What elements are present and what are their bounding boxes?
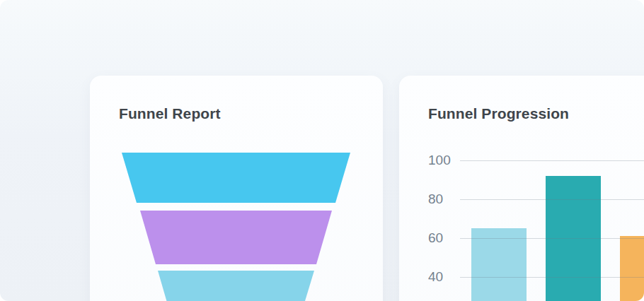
gridline <box>460 199 644 200</box>
gridline <box>460 160 644 161</box>
bar-1 <box>471 228 527 301</box>
gridline <box>460 238 644 239</box>
dashboard-page: Funnel Report Funnel Progression 1008060… <box>0 0 644 301</box>
y-axis-tick-label: 80 <box>428 191 443 207</box>
funnel-segment-stage-3 <box>158 271 314 301</box>
gridline <box>460 277 644 278</box>
funnel-chart <box>90 76 383 301</box>
funnel-report-card: Funnel Report <box>90 76 383 301</box>
funnel-progression-card: Funnel Progression 100806040 <box>399 76 644 301</box>
y-axis-tick-label: 60 <box>428 230 443 246</box>
bar-chart-plot: 100806040 <box>399 76 644 301</box>
funnel-segment-stage-2 <box>140 211 332 264</box>
funnel-segment-stage-1 <box>122 153 350 203</box>
y-axis-tick-label: 40 <box>428 269 443 285</box>
y-axis-tick-label: 100 <box>428 153 451 168</box>
bar-3 <box>620 236 644 301</box>
